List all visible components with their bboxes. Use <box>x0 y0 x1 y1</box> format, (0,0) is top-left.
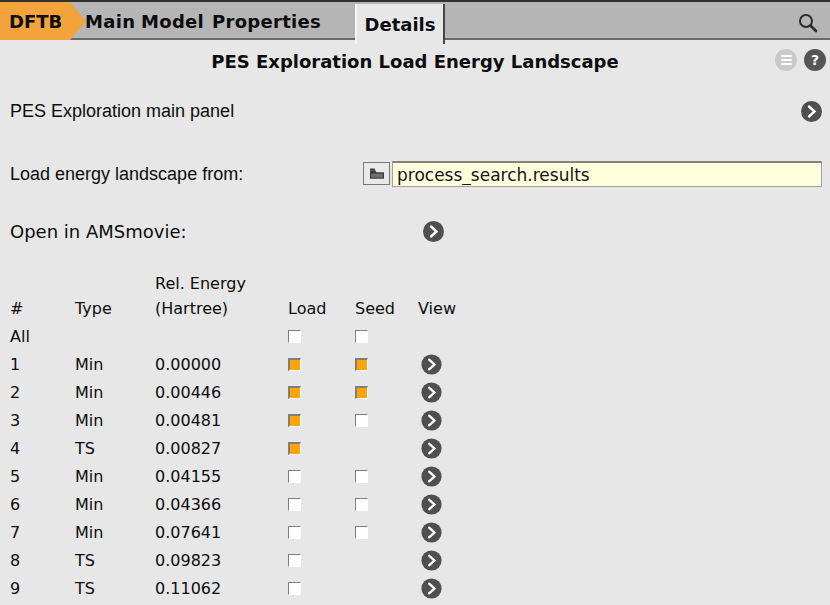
col-header-num: # <box>10 299 75 318</box>
row-energy: 0.00446 <box>155 383 288 402</box>
tab-properties[interactable]: Properties <box>212 2 321 40</box>
load-checkbox[interactable] <box>288 498 301 511</box>
help-icon[interactable]: ? <box>804 49 826 71</box>
row-energy: 0.07641 <box>155 523 288 542</box>
folder-icon <box>369 167 385 180</box>
load-checkbox[interactable] <box>288 526 301 539</box>
view-row-chevron-icon[interactable] <box>421 550 441 570</box>
search-icon[interactable] <box>796 11 820 35</box>
load-cell <box>288 554 355 567</box>
table-header: Rel. Energy # Type (Hartree) Load Seed V… <box>10 271 478 321</box>
col-header-view: View <box>418 299 478 318</box>
seed-checkbox[interactable] <box>355 386 368 399</box>
view-row-chevron-icon[interactable] <box>421 466 441 486</box>
table-row: 4TS0.00827 <box>10 434 478 462</box>
load-cell <box>288 582 355 595</box>
row-number: 4 <box>10 439 75 458</box>
tab-details-label: Details <box>365 14 436 35</box>
table-row: 5Min0.04155 <box>10 462 478 490</box>
load-checkbox[interactable] <box>288 358 301 371</box>
load-checkbox[interactable] <box>288 470 301 483</box>
row-number: 1 <box>10 355 75 374</box>
view-cell <box>418 354 478 375</box>
tab-dftb[interactable]: DFTB <box>0 2 92 40</box>
tab-properties-label: Properties <box>212 11 321 32</box>
amsmovie-label: Open in AMSmovie: <box>10 221 187 242</box>
load-cell <box>288 470 355 483</box>
row-type: Min <box>75 495 155 514</box>
row-number: 6 <box>10 495 75 514</box>
row-type: Min <box>75 411 155 430</box>
seed-cell <box>355 470 418 483</box>
tab-details-active[interactable]: Details <box>355 4 445 44</box>
view-cell <box>418 494 478 515</box>
load-checkbox[interactable] <box>288 414 301 427</box>
tab-model[interactable]: Model <box>141 2 204 40</box>
row-number: 3 <box>10 411 75 430</box>
row-energy: 0.04366 <box>155 495 288 514</box>
menu-icon[interactable] <box>775 49 797 71</box>
load-checkbox[interactable] <box>288 554 301 567</box>
table-row: 7Min0.07641 <box>10 518 478 546</box>
help-glyph: ? <box>811 52 819 68</box>
load-cell <box>288 330 355 343</box>
browse-file-button[interactable] <box>363 162 390 185</box>
col-header-energy-line2: (Hartree) <box>155 299 288 318</box>
main-panel-chevron-icon[interactable] <box>801 101 822 122</box>
view-row-chevron-icon[interactable] <box>421 578 441 598</box>
row-type: Min <box>75 355 155 374</box>
view-row-chevron-icon[interactable] <box>421 354 441 374</box>
table-row: 1Min0.00000 <box>10 350 478 378</box>
view-row-chevron-icon[interactable] <box>421 438 441 458</box>
seed-checkbox[interactable] <box>355 526 368 539</box>
table-row: 8TS0.09823 <box>10 546 478 574</box>
row-number: 5 <box>10 467 75 486</box>
seed-cell <box>355 526 418 539</box>
row-type: Min <box>75 383 155 402</box>
col-header-load: Load <box>288 299 355 318</box>
view-cell <box>418 438 478 459</box>
col-header-seed: Seed <box>355 299 418 318</box>
seed-checkbox[interactable] <box>355 330 368 343</box>
view-row-chevron-icon[interactable] <box>421 382 441 402</box>
row-number: 9 <box>10 579 75 598</box>
table-row: 3Min0.00481 <box>10 406 478 434</box>
seed-checkbox[interactable] <box>355 470 368 483</box>
seed-checkbox[interactable] <box>355 498 368 511</box>
row-energy: 0.00481 <box>155 411 288 430</box>
tab-main[interactable]: Main <box>85 2 135 40</box>
load-cell <box>288 498 355 511</box>
row-type: TS <box>75 579 155 598</box>
seed-checkbox[interactable] <box>355 414 368 427</box>
load-cell <box>288 414 355 427</box>
seed-cell <box>355 498 418 511</box>
top-tab-bar: DFTB Main Model Properties Details <box>0 0 830 40</box>
view-cell <box>418 466 478 487</box>
row-type: TS <box>75 439 155 458</box>
view-cell <box>418 578 478 599</box>
view-row-chevron-icon[interactable] <box>421 522 441 542</box>
row-energy: 0.09823 <box>155 551 288 570</box>
menu-bar <box>781 63 792 65</box>
view-row-chevron-icon[interactable] <box>421 494 441 514</box>
row-energy: 0.00827 <box>155 439 288 458</box>
load-checkbox[interactable] <box>288 582 301 595</box>
row-type: TS <box>75 551 155 570</box>
menu-bar <box>781 55 792 57</box>
load-from-input[interactable] <box>392 161 822 187</box>
table-header-line1: Rel. Energy <box>10 271 478 296</box>
load-cell <box>288 526 355 539</box>
load-checkbox[interactable] <box>288 442 301 455</box>
tab-main-label: Main <box>85 11 135 32</box>
amsmovie-chevron-icon[interactable] <box>423 221 444 242</box>
seed-checkbox[interactable] <box>355 358 368 371</box>
load-checkbox[interactable] <box>288 330 301 343</box>
row-energy: 0.11062 <box>155 579 288 598</box>
seed-cell <box>355 414 418 427</box>
view-cell <box>418 522 478 543</box>
view-row-chevron-icon[interactable] <box>421 410 441 430</box>
row-number: 8 <box>10 551 75 570</box>
seed-cell <box>355 330 418 343</box>
table-row: 2Min0.00446 <box>10 378 478 406</box>
load-checkbox[interactable] <box>288 386 301 399</box>
